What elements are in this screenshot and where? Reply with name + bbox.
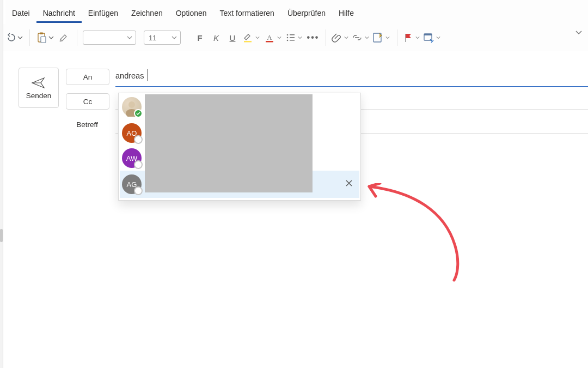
recipient-suggestions-popup: AO AW AG: [118, 93, 361, 201]
view-templates-button[interactable]: [422, 29, 442, 46]
tab-insert[interactable]: Einfügen: [82, 1, 125, 23]
insert-link-button[interactable]: [351, 29, 371, 46]
ellipsis-icon: •••: [307, 33, 320, 43]
presence-unknown-icon: [134, 135, 143, 144]
dismiss-suggestion-button[interactable]: [341, 175, 357, 191]
svg-point-10: [287, 40, 289, 41]
avatar-initials: AO: [122, 123, 142, 143]
undo-button[interactable]: [5, 29, 24, 46]
svg-point-6: [287, 34, 289, 36]
send-label: Senden: [26, 92, 52, 100]
font-color-button[interactable]: A: [264, 29, 283, 46]
chevron-down-icon: [363, 35, 371, 40]
svg-rect-5: [266, 41, 273, 43]
svg-point-15: [128, 101, 135, 108]
chevron-down-icon: [414, 35, 421, 40]
flag-icon: [403, 32, 414, 43]
svg-rect-14: [424, 34, 432, 35]
paintbrush-icon: [58, 32, 69, 43]
avatar-initials: AG: [122, 174, 142, 194]
bullets-button[interactable]: [285, 29, 304, 46]
scrollbar-thumb[interactable]: [0, 229, 3, 242]
attach-file-button[interactable]: [332, 29, 350, 46]
tab-format[interactable]: Text formatieren: [213, 1, 281, 23]
follow-up-flag-button[interactable]: [403, 29, 421, 46]
svg-rect-9: [290, 37, 295, 38]
avatar-photo: [122, 97, 142, 117]
tab-draw[interactable]: Zeichnen: [125, 1, 169, 23]
send-button[interactable]: Senden: [19, 68, 59, 108]
font-color-icon: A: [264, 32, 275, 44]
ribbon-tabs: Datei Nachricht Einfügen Zeichnen Option…: [5, 0, 588, 25]
bullets-icon: [285, 32, 296, 43]
text-cursor: [147, 69, 148, 81]
svg-point-8: [287, 37, 289, 39]
avatar-initials: AW: [122, 148, 142, 168]
underline-button[interactable]: U: [225, 29, 240, 46]
format-painter-button[interactable]: [56, 29, 71, 46]
svg-rect-11: [290, 40, 295, 41]
presence-unknown-icon: [134, 186, 143, 195]
font-name-combo[interactable]: [83, 31, 136, 45]
chevron-down-icon: [47, 35, 55, 40]
undo-icon: [5, 32, 16, 43]
presence-available-icon: [134, 109, 143, 118]
link-icon: [351, 32, 363, 43]
chevron-down-icon: [126, 35, 133, 40]
svg-rect-7: [290, 34, 295, 35]
to-button[interactable]: An: [66, 69, 109, 85]
chevron-down-icon: [342, 35, 350, 40]
underline-icon: U: [230, 33, 236, 43]
italic-button[interactable]: K: [209, 29, 223, 46]
bold-button[interactable]: F: [193, 29, 207, 46]
clipboard-icon: [35, 32, 47, 44]
font-size-value: 11: [149, 34, 156, 42]
chevron-down-icon: [575, 28, 583, 36]
chevron-down-icon: [16, 35, 24, 40]
send-icon: [31, 76, 46, 89]
collapse-ribbon-button[interactable]: [573, 26, 585, 38]
tab-message[interactable]: Nachricht: [36, 1, 82, 23]
chevron-down-icon: [170, 35, 178, 40]
svg-rect-2: [41, 37, 46, 43]
font-size-combo[interactable]: 11: [144, 31, 181, 45]
signature-button[interactable]: [372, 29, 391, 46]
highlight-icon: [242, 32, 254, 44]
bold-icon: F: [197, 33, 202, 43]
more-formatting-button[interactable]: •••: [306, 29, 320, 46]
to-input-value: andreas: [115, 71, 144, 80]
italic-icon: K: [213, 33, 219, 43]
cc-button[interactable]: Cc: [66, 93, 109, 110]
highlight-button[interactable]: [242, 29, 261, 46]
chevron-down-icon: [275, 35, 283, 40]
svg-rect-1: [40, 33, 43, 35]
tab-review[interactable]: Überprüfen: [281, 1, 332, 23]
presence-unknown-icon: [134, 160, 143, 169]
chevron-down-icon: [384, 35, 391, 40]
chevron-down-icon: [434, 35, 442, 40]
tab-help[interactable]: Hilfe: [332, 1, 360, 23]
chevron-down-icon: [254, 35, 261, 40]
to-field[interactable]: andreas: [115, 65, 588, 87]
svg-text:A: A: [267, 33, 272, 41]
redacted-area: [145, 94, 313, 192]
close-icon: [345, 179, 353, 187]
signature-icon: [372, 32, 384, 44]
svg-rect-3: [244, 41, 252, 43]
tab-file[interactable]: Datei: [5, 1, 36, 23]
paperclip-icon: [332, 32, 342, 43]
chevron-down-icon: [296, 35, 304, 40]
tab-options[interactable]: Optionen: [169, 1, 213, 23]
subject-label: Betreff: [66, 120, 108, 129]
ribbon-toolbar: 11 F K U: [3, 24, 588, 52]
template-icon: [422, 32, 434, 44]
paste-button[interactable]: [35, 29, 55, 46]
